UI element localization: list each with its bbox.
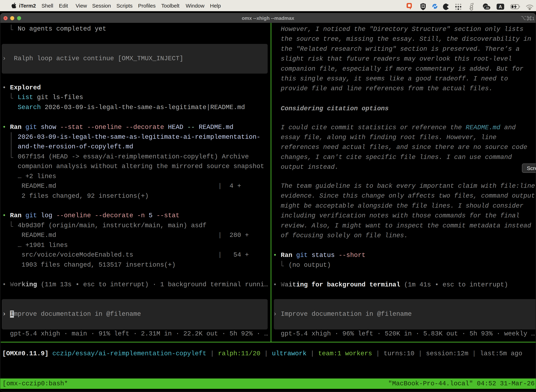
svg-text:..61: ..61: [485, 6, 489, 9]
svg-text:1: 1: [532, 16, 534, 21]
